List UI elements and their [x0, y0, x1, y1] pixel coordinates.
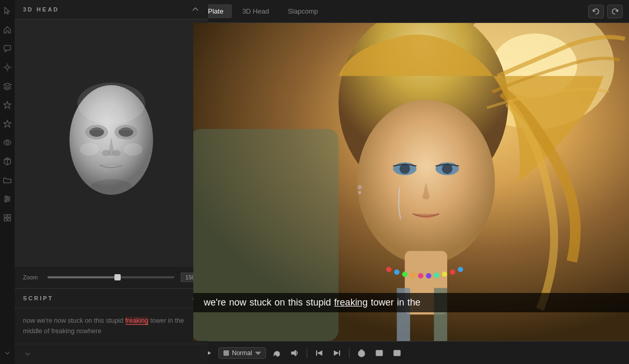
redo-button[interactable] [607, 5, 623, 18]
svg-point-45 [458, 267, 463, 272]
script-highlight-word: freaking [125, 317, 148, 325]
subtitle-word-4: this [288, 297, 303, 308]
subtitle-word-1: now [229, 297, 246, 308]
tab-slapcomp[interactable]: Slapcomp [279, 4, 327, 18]
playback-controls: Normal [193, 341, 629, 364]
svg-point-37 [394, 269, 400, 275]
subtitle-bar: we're now stuck on this stupid freaking … [193, 293, 629, 312]
tab-3d-head[interactable]: 3D Head [234, 4, 277, 18]
sidebar: 3D HEAD [0, 0, 193, 364]
svg-rect-9 [4, 215, 7, 217]
tabs: Plate 3D Head Slapcomp [200, 4, 327, 18]
skip-forward-button[interactable] [330, 346, 344, 360]
svg-point-2 [6, 142, 9, 144]
svg-rect-12 [8, 218, 10, 221]
svg-point-14 [77, 83, 145, 124]
svg-point-28 [357, 100, 495, 264]
collapse-button[interactable] [191, 5, 200, 14]
svg-point-39 [410, 273, 415, 278]
subtitle-word-6-highlight: freaking [334, 297, 368, 308]
window-button[interactable] [390, 346, 404, 360]
svg-rect-61 [395, 351, 399, 355]
subtitle-word-3: on [275, 297, 285, 308]
tab-bar: Plate 3D Head Slapcomp [193, 0, 629, 23]
svg-point-38 [402, 272, 407, 277]
3d-head-viewport [15, 19, 208, 266]
grid-icon[interactable] [3, 213, 12, 222]
svg-point-43 [442, 272, 447, 277]
left-icon-strip [0, 0, 15, 364]
subtitle-word-9: the [407, 297, 421, 308]
svg-marker-54 [317, 350, 322, 356]
tab-actions [588, 5, 623, 18]
chevron-down-icon[interactable] [3, 348, 12, 358]
svg-point-20 [112, 150, 121, 156]
undo-button[interactable] [588, 5, 604, 18]
video-area: we're now stuck on this stupid freaking … [193, 23, 629, 341]
zoom-slider-thumb[interactable] [114, 274, 121, 280]
svg-point-7 [7, 198, 9, 200]
svg-rect-10 [8, 215, 10, 217]
subtitle-word-5: stupid [306, 297, 331, 308]
script-header: SCRIPT [15, 288, 208, 308]
layers-icon[interactable] [3, 81, 12, 91]
normal-dropdown[interactable]: Normal [218, 347, 266, 359]
sidebar-bottom-icon[interactable] [23, 349, 32, 359]
zoom-label: Zoom [23, 274, 41, 280]
zoom-control: Zoom 150 [15, 266, 208, 288]
svg-point-44 [450, 269, 455, 275]
sliders-icon[interactable] [3, 194, 12, 204]
package-icon[interactable] [3, 157, 12, 166]
3d-mask [54, 72, 169, 213]
script-section: SCRIPT now we're now stuck on this stupi… [15, 288, 208, 344]
svg-point-41 [426, 273, 431, 278]
eye-icon[interactable] [3, 138, 12, 147]
svg-point-35 [358, 191, 362, 194]
settings-icon[interactable] [3, 63, 12, 72]
subtitle-word-2: stuck [249, 297, 271, 308]
home-icon[interactable] [3, 25, 12, 34]
repeat-button[interactable] [270, 346, 284, 360]
svg-point-19 [102, 150, 110, 156]
timer-button[interactable] [355, 346, 368, 360]
sidebar-title: 3D HEAD [23, 6, 59, 13]
svg-point-23 [124, 143, 143, 156]
zoom-slider-fill [48, 276, 118, 278]
svg-point-36 [386, 267, 391, 272]
split-view-button[interactable] [372, 346, 386, 360]
zoom-slider[interactable] [48, 276, 174, 278]
svg-rect-53 [316, 350, 317, 356]
svg-point-40 [418, 273, 423, 278]
svg-point-1 [6, 66, 9, 69]
script-title: SCRIPT [23, 295, 53, 301]
normal-label: Normal [232, 349, 252, 357]
script-text: now we're now stuck on this stupid freak… [15, 308, 208, 344]
subtitle-word-7: tower [371, 297, 394, 308]
subtitle-word-0: we're [204, 297, 226, 308]
svg-marker-52 [292, 350, 296, 356]
folder-icon[interactable] [3, 175, 12, 185]
script-text-before: now we're now stuck on this stupid [23, 317, 125, 324]
star-icon[interactable] [3, 119, 12, 128]
svg-point-34 [357, 185, 362, 190]
svg-rect-11 [4, 218, 7, 221]
svg-point-22 [80, 143, 99, 156]
svg-rect-0 [4, 45, 10, 50]
sidebar-header: 3D HEAD [15, 0, 208, 19]
svg-point-6 [5, 196, 7, 198]
main-content: Plate 3D Head Slapcomp [193, 0, 629, 364]
chat-icon[interactable] [3, 44, 12, 53]
svg-point-42 [434, 273, 439, 278]
subtitle-word-8: in [397, 297, 404, 308]
volume-button[interactable] [288, 346, 301, 360]
cursor-icon[interactable] [3, 6, 12, 16]
svg-marker-56 [334, 350, 339, 356]
svg-point-8 [5, 200, 7, 202]
svg-point-21 [90, 179, 132, 195]
separator-1 [307, 348, 307, 358]
separator-2 [349, 348, 350, 358]
star-filled-icon[interactable] [3, 100, 12, 110]
sidebar-bottom [15, 344, 208, 364]
svg-rect-55 [339, 350, 340, 356]
skip-back-button[interactable] [312, 346, 326, 360]
